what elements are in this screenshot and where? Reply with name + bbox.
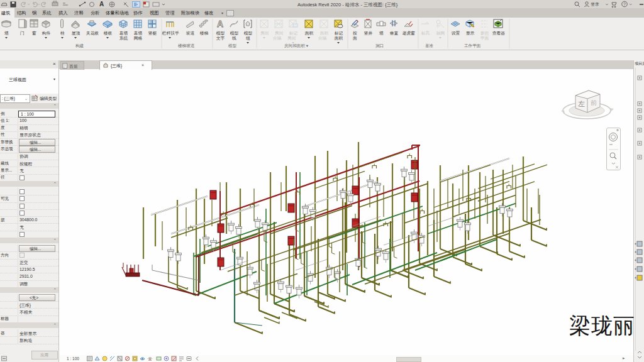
svg-text:屋顶: 屋顶 (72, 31, 80, 36)
svg-text:窗: 窗 (32, 31, 36, 35)
svg-text:文字: 文字 (216, 36, 225, 40)
svg-text:门: 门 (20, 31, 25, 35)
svg-text:分隔: 分隔 (273, 36, 282, 41)
svg-text:房间: 房间 (275, 31, 284, 36)
svg-text:网格: 网格 (134, 36, 143, 41)
svg-text:面积: 面积 (305, 31, 314, 36)
svg-text:楼梯: 楼梯 (200, 31, 209, 35)
svg-text:参照: 参照 (480, 31, 489, 36)
svg-text:柱: 柱 (60, 31, 65, 35)
svg-text:标记: 标记 (334, 31, 343, 36)
svg-text:墙: 墙 (4, 31, 9, 36)
svg-text:登录: 登录 (591, 2, 599, 7)
svg-text:竖梃: 竖梃 (148, 31, 157, 36)
svg-text:显示: 显示 (466, 31, 475, 36)
svg-text:分隔: 分隔 (318, 36, 327, 41)
svg-text:标高: 标高 (421, 31, 430, 36)
svg-text:模型: 模型 (244, 31, 253, 35)
svg-text:面积: 面积 (335, 36, 343, 41)
svg-text:平面: 平面 (480, 36, 489, 41)
svg-text:房间: 房间 (287, 36, 296, 41)
svg-text:房间: 房间 (260, 31, 269, 36)
svg-text:幕墙: 幕墙 (134, 31, 143, 36)
svg-text:查看器: 查看器 (492, 31, 506, 36)
svg-text:楼板: 楼板 (104, 31, 113, 35)
svg-text:设置: 设置 (452, 31, 460, 35)
svg-text:垂直: 垂直 (390, 31, 399, 35)
svg-text:前: 前 (591, 99, 597, 106)
svg-text:构件: 构件 (42, 31, 51, 36)
svg-text:?: ? (623, 2, 626, 6)
svg-text:轴网: 轴网 (436, 31, 445, 36)
svg-text:按: 按 (353, 31, 357, 35)
svg-text:系统: 系统 (119, 36, 128, 41)
svg-text:A: A (217, 19, 223, 29)
svg-text:线: 线 (232, 36, 236, 40)
svg-text:模型: 模型 (230, 31, 239, 35)
svg-text:坡道: 坡道 (186, 31, 195, 35)
svg-text:幕墙: 幕墙 (119, 31, 128, 36)
svg-text:模型: 模型 (216, 31, 225, 35)
svg-text:竖井: 竖井 (364, 31, 373, 35)
svg-text:面: 面 (353, 36, 357, 41)
svg-text:墙: 墙 (379, 31, 384, 36)
svg-text:左: 左 (578, 100, 585, 107)
svg-text:组: 组 (246, 36, 250, 40)
svg-text:面积: 面积 (320, 31, 329, 36)
svg-text:老虎窗: 老虎窗 (402, 31, 416, 36)
svg-text:标记: 标记 (289, 31, 298, 36)
svg-text:A: A (99, 1, 104, 8)
svg-text:天花板: 天花板 (86, 31, 99, 36)
svg-text:栏杆扶手: 栏杆扶手 (162, 31, 179, 35)
